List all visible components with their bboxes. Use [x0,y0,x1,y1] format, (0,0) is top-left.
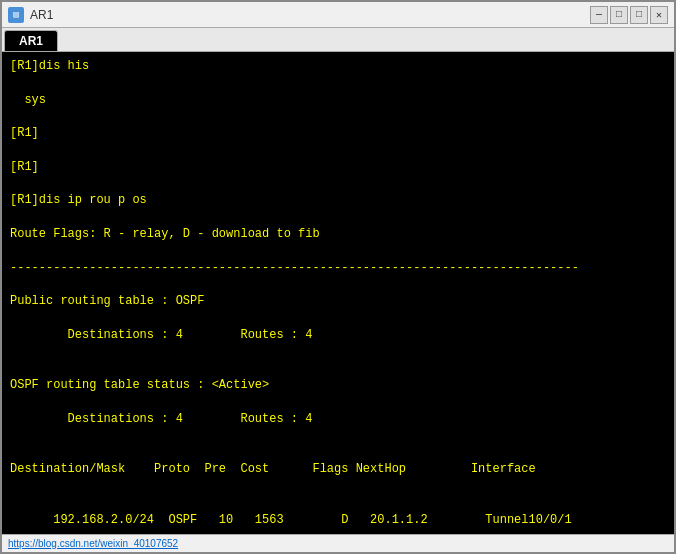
maximize-button[interactable]: □ [630,6,648,24]
status-bar: https://blog.csdn.net/weixin_40107652 [2,534,674,552]
main-window: ▤ AR1 ― □ □ ✕ AR1 [R1]dis his sys [R1] [… [0,0,676,554]
tab-ar1[interactable]: AR1 [4,30,58,51]
minimize-button[interactable]: ― [590,6,608,24]
restore-button[interactable]: □ [610,6,628,24]
terminal-output[interactable]: [R1]dis his sys [R1] [R1] [R1]dis ip rou… [2,52,674,534]
title-bar-left: ▤ AR1 [8,7,53,23]
app-icon: ▤ [8,7,24,23]
title-bar: ▤ AR1 ― □ □ ✕ [2,2,674,28]
window-controls: ― □ □ ✕ [590,6,668,24]
tab-bar: AR1 [2,28,674,52]
close-button[interactable]: ✕ [650,6,668,24]
window-title: AR1 [30,8,53,22]
url-text: https://blog.csdn.net/weixin_40107652 [8,538,178,549]
